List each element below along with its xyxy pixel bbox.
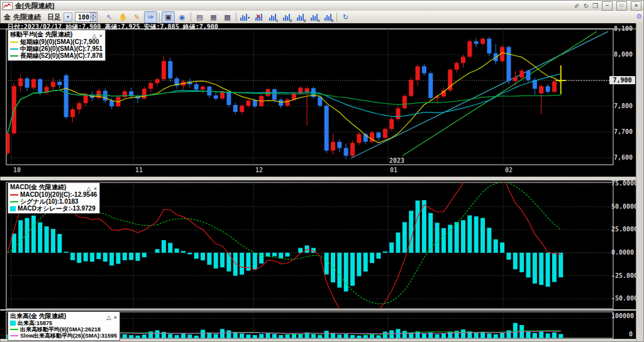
mini-bar-chart-glyph [325,13,331,21]
select-cursor-icon: ↖ [106,13,112,21]
spin-up-button[interactable]: ▲ [90,13,96,17]
draw-brush-icon[interactable]: ✑ [144,11,157,23]
legend-row: 長期線(52)(0)(SMA)(C):7,878 [10,52,103,59]
ma-long-label: 長期線(52)(0)(SMA)(C):7,878 [20,52,103,60]
legend-collapse-icon[interactable]: △ [106,314,111,321]
duplicate-window-icon[interactable]: ❐ [592,3,598,9]
refresh-icon: ↻ [343,13,348,21]
indicator-panel-5-icon[interactable]: 5 [321,11,335,23]
grid-layout-icon: ▦ [210,13,216,21]
draw-brush-icon: ✑ [148,13,153,21]
settings-wrench-icon[interactable]: ⚙ [636,13,642,21]
grid-layout-2-icon[interactable]: ▩ [221,11,234,23]
mini-bar-chart-glyph [240,13,247,21]
toolbar-separator [236,13,236,22]
ma-long-swatch [10,55,18,57]
contract-label: 先限連続 [13,13,41,22]
symbol-label: 金 [4,13,11,22]
title-bar: 金[先限連続] ✐ ↻ ❐ － □ × [1,1,643,11]
toolbar-separator [159,13,160,22]
grid-layout-icon[interactable]: ▦ [207,11,220,23]
macd-oscillator-label: MACDオシレータ:-13.9729 [18,204,96,213]
scroll-to-latest-icon: ◉ [179,13,186,21]
chart-type-icon[interactable]: ▾ [238,11,252,23]
volume-ma-fast-swatch [10,329,18,330]
mini-bar-chart-glyph [269,13,276,21]
draw-pencil-icon: ✎ [134,13,140,21]
close-button[interactable]: × [631,1,641,11]
indicator-panel-1-icon[interactable]: 1 [266,11,279,23]
draw-pencil-icon[interactable]: ✎ [130,11,143,23]
toolbar-separator [191,13,191,22]
refresh-icon[interactable]: ↻ [339,11,352,23]
crosshair-mode-icon[interactable]: ▣ [162,11,175,23]
minimize-button[interactable]: － [602,1,613,11]
pan-hand-icon[interactable]: ✋ [116,11,130,23]
new-chart-icon: ▤ [196,13,203,21]
pan-hand-icon: ✋ [119,13,128,21]
new-chart-icon[interactable]: ▤ [193,11,206,23]
chart-window: 金[先限連続] ✐ ↻ ❐ － □ × 金 先限連続 日足 ▼ ▲ ▼ ↖✋✎✑… [0,0,644,342]
legend-close-icon[interactable]: × [114,314,117,321]
grid-layout-2-icon: ▩ [224,13,230,21]
window-title: 金[先限連続] [15,1,570,11]
remove-indicator-icon[interactable]: ✕ [252,11,265,23]
ma-mid-swatch [10,48,18,50]
bar-count-input[interactable] [75,13,90,21]
macd-line-swatch [10,194,18,196]
vertical-scrollbar[interactable] [636,23,643,341]
macd-legend: MACD(金 先限連続) △ × MACD(10)(20)(C):-12.954… [8,182,100,214]
app-chart-icon [3,2,13,10]
volume-legend: 出来高(金 先限連続) △ × 出来高:15875 出来高移動平均(9)(SMA… [8,311,120,341]
crosshair-mode-icon: ▣ [165,13,171,21]
macd-legend-title: MACD(金 先限連続) [10,183,66,192]
volume-ma-slow-label: Slow出来高移動平均(26)(SMA):31595 [20,332,117,340]
toolbar-icons: ↖✋✎✑▣◉▤▦▩▾✕12345↻ [103,11,352,23]
legend-row: MACDオシレータ:-13.9729 [10,205,97,212]
ma-short-swatch [10,41,18,43]
signal-line-swatch [10,201,18,202]
reload-icon[interactable]: ↻ [584,3,589,9]
bar-count-spinner: ▲ ▼ [75,12,97,22]
maximize-button[interactable]: □ [616,1,627,11]
pin-icon[interactable]: ✐ [574,3,579,9]
timeframe-label[interactable]: 日足 [47,13,61,22]
mini-bar-chart-glyph [311,13,318,21]
volume-ma-slow-swatch [10,335,18,336]
ma-legend: 移動平均(金 先限連続) △ × 短期線(9)(0)(SMA)(C):7,900… [8,30,106,61]
indicator-panel-2-icon[interactable]: 2 [280,11,293,23]
toolbar: 金 先限連続 日足 ▼ ▲ ▼ ↖✋✎✑▣◉▤▦▩▾✕12345↻ [1,11,643,24]
macd-oscillator-swatch [10,206,16,211]
toolbar-separator [336,13,337,22]
legend-close-icon[interactable]: × [99,33,103,39]
legend-row: Slow出来高移動平均(26)(SMA):31595 [10,333,117,339]
indicator-panel-4-icon[interactable]: 4 [308,11,321,23]
scroll-to-latest-icon[interactable]: ◉ [175,11,189,23]
spin-down-button[interactable]: ▼ [90,17,96,21]
select-cursor-icon[interactable]: ↖ [103,11,116,23]
mini-bar-chart-glyph [297,13,304,21]
volume-swatch [10,321,16,326]
indicator-panel-3-icon[interactable]: 3 [294,11,307,23]
mini-bar-chart-glyph [283,13,290,21]
timeframe-dropdown-button[interactable]: ▼ [64,13,72,22]
